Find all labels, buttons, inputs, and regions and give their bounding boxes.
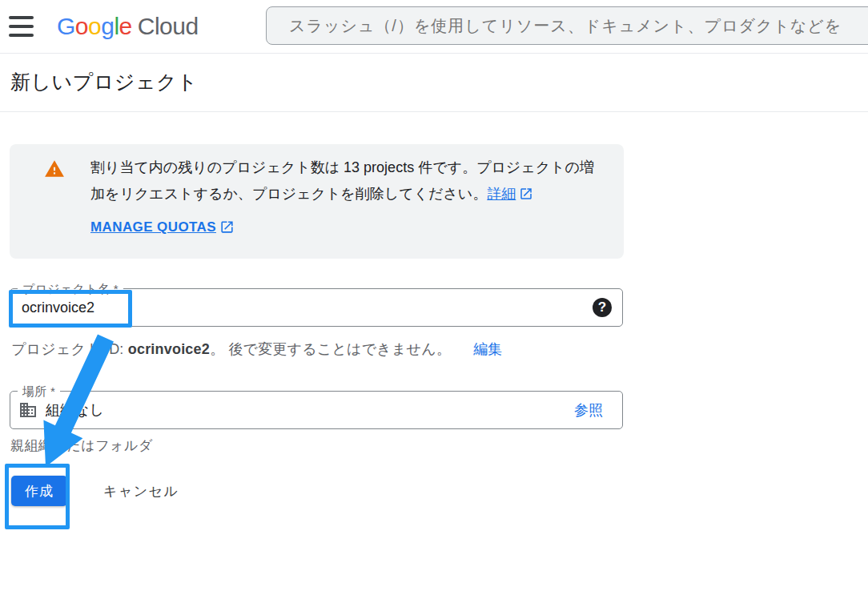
- cancel-button[interactable]: キャンセル: [98, 476, 184, 506]
- project-id-value: ocrinvoice2: [128, 341, 210, 357]
- edit-link[interactable]: 編集: [473, 341, 502, 357]
- notice-remaining-count: 13 projects: [344, 159, 414, 175]
- warning-icon: [44, 159, 65, 179]
- project-id-line: プロジェクト ID: ocrinvoice2。 後で変更することはできません。編…: [11, 340, 502, 359]
- hamburger-bar: [9, 16, 34, 19]
- location-value: 組織なし: [46, 392, 104, 428]
- page-title: 新しいプロジェクト: [10, 69, 198, 95]
- notice-text-before: 割り当て内の残りのプロジェクト数は: [90, 159, 344, 175]
- quota-notice-card: 割り当て内の残りのプロジェクト数は 13 projects 件です。プロジェクト…: [10, 144, 624, 259]
- manage-quotas-label: MANAGE QUOTAS: [90, 219, 216, 235]
- location-helper-text: 親組織またはフォルダ: [10, 436, 153, 455]
- quota-notice-text: 割り当て内の残りのプロジェクト数は 13 projects 件です。プロジェクト…: [90, 155, 605, 207]
- hamburger-bar: [9, 25, 34, 28]
- help-icon[interactable]: [593, 298, 612, 317]
- project-id-prefix: プロジェクト ID:: [11, 341, 128, 357]
- location-field: 場所 * 組織なし 参照: [10, 391, 623, 429]
- open-in-new-icon: [519, 183, 533, 198]
- google-cloud-logo[interactable]: GoogleCloud: [57, 11, 199, 42]
- project-name-value[interactable]: ocrinvoice2: [22, 289, 94, 326]
- search-input[interactable]: [266, 6, 868, 45]
- manage-quotas-link[interactable]: MANAGE QUOTAS: [90, 219, 235, 235]
- hamburger-bar: [9, 34, 34, 37]
- project-id-suffix: 。 後で変更することはできません。: [210, 341, 451, 357]
- page-title-bar: 新しいプロジェクト: [0, 53, 868, 112]
- organization-icon: [18, 400, 38, 420]
- menu-icon[interactable]: [9, 16, 36, 37]
- details-link[interactable]: 詳細: [487, 186, 516, 202]
- cloud-logo-word: Cloud: [138, 13, 199, 39]
- google-logo-word: Google: [57, 13, 132, 39]
- top-app-bar: GoogleCloud: [0, 0, 868, 54]
- gcp-new-project-page: GoogleCloud 新しいプロジェクト 割り当て内の残りのプロジェクト数は …: [0, 0, 868, 599]
- project-name-field[interactable]: プロジェクト名 * ocrinvoice2: [10, 288, 623, 327]
- create-button[interactable]: 作成: [11, 476, 67, 506]
- open-in-new-icon: [219, 219, 235, 235]
- browse-link[interactable]: 参照: [574, 392, 603, 428]
